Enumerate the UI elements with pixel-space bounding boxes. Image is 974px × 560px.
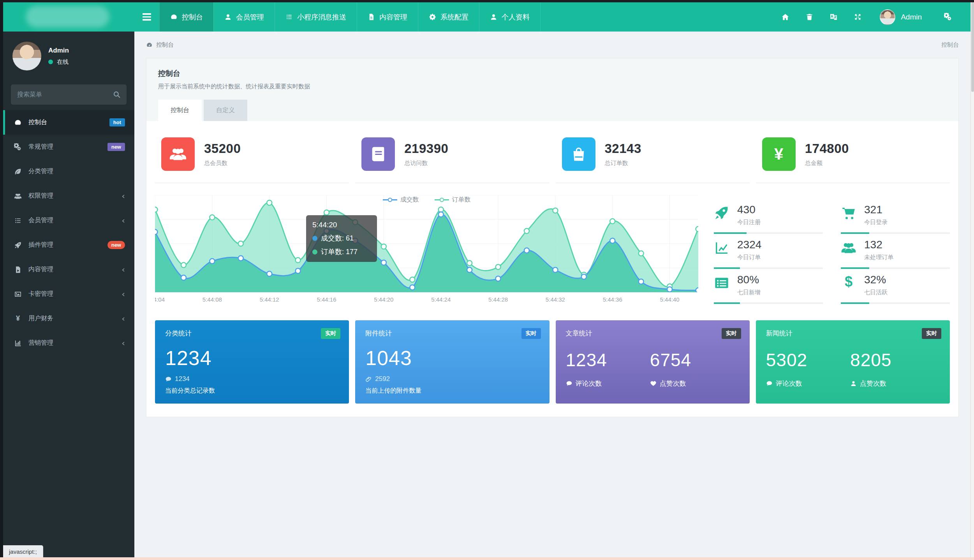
stat-today-registered: 430 今日注册 bbox=[714, 199, 823, 234]
card-title: 附件统计 bbox=[365, 329, 539, 338]
bar-chart-icon bbox=[14, 339, 22, 347]
brand-logo[interactable] bbox=[3, 2, 134, 32]
breadcrumb: 控制台 控制台 bbox=[134, 32, 970, 58]
stat-today-logins: 321 今日登录 bbox=[841, 199, 950, 234]
language-button[interactable] bbox=[821, 13, 845, 21]
sidebar-item-general[interactable]: 常规管理 new bbox=[3, 135, 134, 159]
user-icon bbox=[224, 13, 232, 21]
sidebar-item-label: 用户财务 bbox=[28, 314, 53, 323]
sidebar-item-label: 营销管理 bbox=[28, 339, 53, 347]
panel-tabs: 控制台 自定义 bbox=[158, 100, 947, 121]
chart-section: 成交数 订单数 5:44:045:44:085:44:125:44:165:44… bbox=[155, 195, 950, 306]
x-tick-label: 5:44:32 bbox=[546, 296, 565, 303]
panel-body: 35200 总会员数 219390 总访问数 bbox=[146, 121, 958, 417]
sidebar-item-addon[interactable]: 插件管理 new bbox=[3, 233, 134, 257]
breadcrumb-right: 控制台 bbox=[941, 41, 959, 49]
admin-dashboard: 控制台 会员管理 小程序消息推送 内容管理 系统配置 个人资料 bbox=[0, 0, 974, 560]
hot-badge: hot bbox=[109, 118, 125, 126]
nav-item-dashboard[interactable]: 控制台 bbox=[159, 2, 213, 32]
legend-item-deals[interactable]: 成交数 bbox=[383, 196, 419, 204]
sidebar-item-content[interactable]: 内容管理 ‹ bbox=[3, 257, 134, 282]
fullscreen-button[interactable] bbox=[845, 13, 870, 21]
sidebar-avatar[interactable] bbox=[12, 42, 41, 70]
sidebar-item-finance[interactable]: ¥ 用户财务 ‹ bbox=[3, 306, 134, 331]
menu-search-input[interactable] bbox=[11, 84, 127, 105]
nav-item-miniprogram-push[interactable]: 小程序消息推送 bbox=[275, 2, 357, 32]
new-badge: new bbox=[107, 241, 125, 249]
page-scrollbar[interactable] bbox=[970, 2, 974, 557]
attachment-icon bbox=[365, 376, 372, 383]
main-content: 控制台 控制台 控制台 用于展示当前系统中的统计数据、统计报表及重要实时数据 控… bbox=[134, 32, 970, 557]
image-icon bbox=[14, 290, 22, 298]
stat-value: 2324 bbox=[737, 239, 761, 251]
new-badge: new bbox=[107, 143, 125, 151]
navbar-avatar[interactable] bbox=[880, 9, 895, 25]
chevron-left-icon: ‹ bbox=[122, 265, 125, 274]
sidebar-item-member[interactable]: 会员管理 ‹ bbox=[3, 208, 134, 233]
sidebar-item-cardkey[interactable]: 卡密管理 ‹ bbox=[3, 282, 134, 306]
sidebar-item-marketing[interactable]: 营销管理 ‹ bbox=[3, 331, 134, 355]
col-value: 1234 bbox=[566, 349, 607, 370]
x-axis-labels: 5:44:045:44:085:44:125:44:165:44:205:44:… bbox=[155, 295, 698, 306]
settings-button[interactable] bbox=[936, 13, 960, 21]
page-subtitle: 用于展示当前系统中的统计数据、统计报表及重要实时数据 bbox=[158, 83, 947, 90]
card-value: 1234 bbox=[165, 346, 339, 370]
file-icon bbox=[368, 13, 375, 21]
col-label: 评论次数 bbox=[776, 379, 802, 388]
online-status-dot bbox=[48, 60, 53, 64]
gears-icon bbox=[944, 13, 952, 21]
chevron-left-icon: ‹ bbox=[122, 339, 125, 348]
card-sub: 1234 bbox=[165, 375, 339, 383]
series-dot bbox=[312, 236, 317, 241]
sidebar-search bbox=[11, 84, 127, 105]
panel-heading: 控制台 用于展示当前系统中的统计数据、统计报表及重要实时数据 控制台 自定义 bbox=[146, 58, 958, 121]
scrollbar-thumb[interactable] bbox=[971, 2, 974, 92]
traffic-chart[interactable]: 成交数 订单数 5:44:045:44:085:44:125:44:165:44… bbox=[155, 195, 698, 306]
x-tick-label: 5:44:12 bbox=[260, 296, 279, 303]
page-title: 控制台 bbox=[158, 68, 947, 79]
breadcrumb-current[interactable]: 控制台 bbox=[156, 41, 174, 49]
legend-item-orders[interactable]: 订单数 bbox=[435, 196, 471, 204]
realtime-badge: 实时 bbox=[722, 328, 741, 339]
window-bottom-edge bbox=[0, 557, 974, 560]
home-icon bbox=[781, 13, 789, 21]
clear-cache-button[interactable] bbox=[797, 13, 821, 21]
x-tick-label: 5:44:40 bbox=[660, 296, 680, 303]
nav-item-profile[interactable]: 个人资料 bbox=[479, 2, 541, 32]
sidebar-item-auth[interactable]: 权限管理 ‹ bbox=[3, 184, 134, 208]
card-label: 当前分类总记录数 bbox=[165, 387, 339, 395]
shopping-bag-icon bbox=[562, 137, 595, 171]
x-tick-label: 5:44:24 bbox=[431, 296, 451, 303]
chevron-left-icon: ‹ bbox=[122, 314, 125, 323]
stat-7day-new: 80% 七日新增 bbox=[714, 269, 823, 304]
card-sub-value: 1234 bbox=[175, 375, 190, 383]
card-title: 分类统计 bbox=[165, 329, 339, 338]
stat-cards-row: 35200 总会员数 219390 总访问数 bbox=[155, 129, 950, 183]
dashboard-icon bbox=[170, 13, 178, 21]
today-stats-grid: 430 今日注册 321 今日登录 bbox=[714, 195, 950, 306]
sidebar-item-dashboard[interactable]: 控制台 hot bbox=[3, 110, 134, 135]
nav-item-members[interactable]: 会员管理 bbox=[213, 2, 275, 32]
x-tick-label: 5:44:20 bbox=[374, 296, 393, 303]
sidebar-item-label: 控制台 bbox=[28, 118, 47, 126]
nav-item-system-config[interactable]: 系统配置 bbox=[418, 2, 479, 32]
sidebar-item-label: 插件管理 bbox=[28, 241, 53, 249]
navbar-username[interactable]: Admin bbox=[901, 13, 922, 21]
list-icon bbox=[14, 217, 22, 225]
card-article-stats: 文章统计 实时 1234 评论次数 6754 点赞次数 bbox=[556, 320, 750, 404]
translate-icon bbox=[830, 13, 838, 21]
sidebar-item-category[interactable]: 分类管理 bbox=[3, 159, 134, 184]
tab-custom[interactable]: 自定义 bbox=[204, 100, 247, 121]
col-value: 8205 bbox=[850, 349, 891, 370]
stat-unprocessed-orders: 132 未处理订单 bbox=[841, 234, 950, 269]
stat-value: 321 bbox=[864, 204, 888, 216]
home-button[interactable] bbox=[773, 13, 797, 21]
sidebar-toggle-button[interactable] bbox=[134, 2, 159, 32]
stat-label: 七日活跃 bbox=[864, 289, 888, 296]
nav-item-label: 系统配置 bbox=[440, 12, 469, 22]
card-sub-value: 2592 bbox=[375, 375, 390, 383]
tab-dashboard[interactable]: 控制台 bbox=[158, 100, 202, 121]
nav-item-content[interactable]: 内容管理 bbox=[357, 2, 418, 32]
gear-icon bbox=[429, 13, 436, 21]
stat-value: 174800 bbox=[805, 141, 849, 156]
